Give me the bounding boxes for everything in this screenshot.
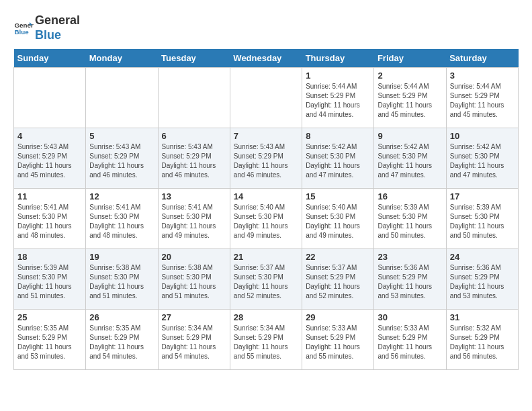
day-info: Sunrise: 5:43 AM Sunset: 5:29 PM Dayligh…	[89, 142, 154, 180]
calendar-cell: 27Sunrise: 5:34 AM Sunset: 5:29 PM Dayli…	[158, 310, 230, 370]
day-number: 3	[450, 71, 515, 81]
weekday-header-friday: Friday	[374, 49, 446, 68]
day-number: 19	[89, 252, 154, 262]
day-info: Sunrise: 5:40 AM Sunset: 5:30 PM Dayligh…	[306, 203, 370, 240]
calendar-cell: 12Sunrise: 5:41 AM Sunset: 5:30 PM Dayli…	[86, 189, 158, 249]
day-number: 16	[378, 191, 442, 201]
day-info: Sunrise: 5:37 AM Sunset: 5:29 PM Dayligh…	[306, 263, 370, 301]
day-number: 8	[306, 131, 370, 141]
calendar-table: SundayMondayTuesdayWednesdayThursdayFrid…	[13, 49, 519, 370]
day-number: 5	[89, 131, 154, 141]
day-number: 10	[450, 131, 515, 141]
weekday-header-row: SundayMondayTuesdayWednesdayThursdayFrid…	[14, 49, 519, 68]
day-info: Sunrise: 5:32 AM Sunset: 5:29 PM Dayligh…	[450, 324, 515, 361]
day-info: Sunrise: 5:40 AM Sunset: 5:30 PM Dayligh…	[234, 203, 298, 240]
calendar-cell	[230, 68, 302, 128]
day-info: Sunrise: 5:38 AM Sunset: 5:30 PM Dayligh…	[89, 263, 154, 301]
weekday-header-monday: Monday	[86, 49, 158, 68]
day-number: 23	[378, 252, 442, 262]
day-number: 17	[450, 191, 515, 201]
day-info: Sunrise: 5:43 AM Sunset: 5:29 PM Dayligh…	[17, 142, 82, 180]
calendar-cell: 23Sunrise: 5:36 AM Sunset: 5:29 PM Dayli…	[374, 249, 446, 310]
logo: General Blue GeneralBlue	[13, 13, 80, 42]
calendar-cell: 25Sunrise: 5:35 AM Sunset: 5:29 PM Dayli…	[14, 310, 86, 370]
calendar-cell: 19Sunrise: 5:38 AM Sunset: 5:30 PM Dayli…	[86, 249, 158, 310]
day-number: 21	[234, 252, 298, 262]
calendar-cell: 26Sunrise: 5:35 AM Sunset: 5:29 PM Dayli…	[86, 310, 158, 370]
calendar-cell: 30Sunrise: 5:33 AM Sunset: 5:29 PM Dayli…	[374, 310, 446, 370]
calendar-cell: 13Sunrise: 5:41 AM Sunset: 5:30 PM Dayli…	[158, 189, 230, 249]
day-number: 14	[234, 191, 298, 201]
weekday-header-sunday: Sunday	[14, 49, 86, 68]
day-number: 1	[306, 71, 370, 81]
day-number: 6	[162, 131, 226, 141]
day-info: Sunrise: 5:42 AM Sunset: 5:30 PM Dayligh…	[306, 142, 370, 180]
day-info: Sunrise: 5:38 AM Sunset: 5:30 PM Dayligh…	[162, 263, 226, 301]
calendar-cell: 2Sunrise: 5:44 AM Sunset: 5:29 PM Daylig…	[374, 68, 446, 128]
calendar-cell: 10Sunrise: 5:42 AM Sunset: 5:30 PM Dayli…	[446, 128, 518, 189]
day-number: 20	[162, 252, 226, 262]
day-info: Sunrise: 5:42 AM Sunset: 5:30 PM Dayligh…	[450, 142, 515, 180]
day-number: 31	[450, 312, 515, 322]
day-info: Sunrise: 5:39 AM Sunset: 5:30 PM Dayligh…	[378, 203, 442, 240]
day-info: Sunrise: 5:42 AM Sunset: 5:30 PM Dayligh…	[378, 142, 442, 180]
logo-text: GeneralBlue	[35, 13, 80, 42]
day-number: 9	[378, 131, 442, 141]
week-row-2: 4Sunrise: 5:43 AM Sunset: 5:29 PM Daylig…	[14, 128, 519, 189]
day-number: 13	[162, 191, 226, 201]
calendar-cell: 18Sunrise: 5:39 AM Sunset: 5:30 PM Dayli…	[14, 249, 86, 310]
calendar-cell: 22Sunrise: 5:37 AM Sunset: 5:29 PM Dayli…	[302, 249, 374, 310]
day-number: 22	[306, 252, 370, 262]
day-info: Sunrise: 5:39 AM Sunset: 5:30 PM Dayligh…	[450, 203, 515, 240]
calendar-cell: 7Sunrise: 5:43 AM Sunset: 5:29 PM Daylig…	[230, 128, 302, 189]
day-number: 11	[17, 191, 82, 201]
week-row-3: 11Sunrise: 5:41 AM Sunset: 5:30 PM Dayli…	[14, 189, 519, 249]
day-number: 2	[378, 71, 442, 81]
calendar-cell: 20Sunrise: 5:38 AM Sunset: 5:30 PM Dayli…	[158, 249, 230, 310]
weekday-header-tuesday: Tuesday	[158, 49, 230, 68]
day-info: Sunrise: 5:36 AM Sunset: 5:29 PM Dayligh…	[378, 263, 442, 301]
calendar-cell: 8Sunrise: 5:42 AM Sunset: 5:30 PM Daylig…	[302, 128, 374, 189]
day-number: 28	[234, 312, 298, 322]
day-info: Sunrise: 5:34 AM Sunset: 5:29 PM Dayligh…	[162, 324, 226, 361]
calendar-cell: 24Sunrise: 5:36 AM Sunset: 5:29 PM Dayli…	[446, 249, 518, 310]
calendar-cell: 6Sunrise: 5:43 AM Sunset: 5:29 PM Daylig…	[158, 128, 230, 189]
calendar-cell: 1Sunrise: 5:44 AM Sunset: 5:29 PM Daylig…	[302, 68, 374, 128]
day-info: Sunrise: 5:43 AM Sunset: 5:29 PM Dayligh…	[234, 142, 298, 180]
day-number: 26	[89, 312, 154, 322]
day-info: Sunrise: 5:34 AM Sunset: 5:29 PM Dayligh…	[234, 324, 298, 361]
day-info: Sunrise: 5:41 AM Sunset: 5:30 PM Dayligh…	[162, 203, 226, 240]
day-number: 7	[234, 131, 298, 141]
day-number: 27	[162, 312, 226, 322]
day-info: Sunrise: 5:41 AM Sunset: 5:30 PM Dayligh…	[89, 203, 154, 240]
calendar-cell: 29Sunrise: 5:33 AM Sunset: 5:29 PM Dayli…	[302, 310, 374, 370]
calendar-cell: 31Sunrise: 5:32 AM Sunset: 5:29 PM Dayli…	[446, 310, 518, 370]
calendar-cell: 28Sunrise: 5:34 AM Sunset: 5:29 PM Dayli…	[230, 310, 302, 370]
day-info: Sunrise: 5:43 AM Sunset: 5:29 PM Dayligh…	[162, 142, 226, 180]
weekday-header-saturday: Saturday	[446, 49, 518, 68]
calendar-cell: 15Sunrise: 5:40 AM Sunset: 5:30 PM Dayli…	[302, 189, 374, 249]
calendar-cell: 4Sunrise: 5:43 AM Sunset: 5:29 PM Daylig…	[14, 128, 86, 189]
calendar-cell: 17Sunrise: 5:39 AM Sunset: 5:30 PM Dayli…	[446, 189, 518, 249]
page-header: General Blue GeneralBlue	[13, 13, 519, 42]
calendar-cell: 9Sunrise: 5:42 AM Sunset: 5:30 PM Daylig…	[374, 128, 446, 189]
calendar-cell	[86, 68, 158, 128]
week-row-4: 18Sunrise: 5:39 AM Sunset: 5:30 PM Dayli…	[14, 249, 519, 310]
day-number: 12	[89, 191, 154, 201]
day-info: Sunrise: 5:41 AM Sunset: 5:30 PM Dayligh…	[17, 203, 82, 240]
calendar-cell	[14, 68, 86, 128]
calendar-cell: 11Sunrise: 5:41 AM Sunset: 5:30 PM Dayli…	[14, 189, 86, 249]
day-info: Sunrise: 5:35 AM Sunset: 5:29 PM Dayligh…	[17, 324, 82, 361]
day-info: Sunrise: 5:44 AM Sunset: 5:29 PM Dayligh…	[306, 82, 370, 120]
day-number: 25	[17, 312, 82, 322]
day-info: Sunrise: 5:35 AM Sunset: 5:29 PM Dayligh…	[89, 324, 154, 361]
week-row-5: 25Sunrise: 5:35 AM Sunset: 5:29 PM Dayli…	[14, 310, 519, 370]
calendar-cell: 14Sunrise: 5:40 AM Sunset: 5:30 PM Dayli…	[230, 189, 302, 249]
calendar-cell: 5Sunrise: 5:43 AM Sunset: 5:29 PM Daylig…	[86, 128, 158, 189]
week-row-1: 1Sunrise: 5:44 AM Sunset: 5:29 PM Daylig…	[14, 68, 519, 128]
day-info: Sunrise: 5:44 AM Sunset: 5:29 PM Dayligh…	[378, 82, 442, 120]
day-number: 29	[306, 312, 370, 322]
day-number: 24	[450, 252, 515, 262]
calendar-cell	[158, 68, 230, 128]
day-number: 4	[17, 131, 82, 141]
